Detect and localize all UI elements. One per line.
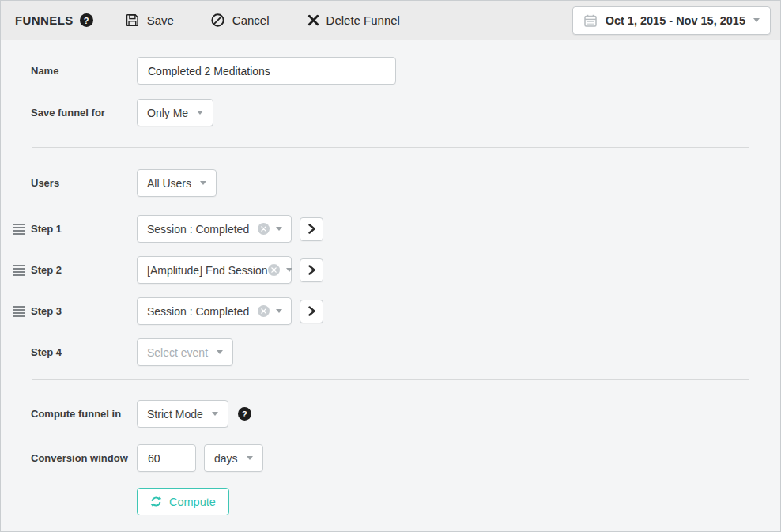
- save-for-label: Save funnel for: [31, 107, 137, 119]
- step-1-event-value: Session : Completed: [147, 223, 249, 236]
- save-for-row: Save funnel for Only Me: [1, 99, 780, 126]
- chevron-down-icon: [276, 309, 282, 313]
- topbar: FUNNELS ? Save Cancel: [1, 1, 780, 40]
- step-3-event-value: Session : Completed: [147, 305, 249, 318]
- step-4-event-placeholder: Select event: [147, 346, 208, 359]
- save-floppy-icon: [125, 13, 140, 28]
- chevron-down-icon: [217, 350, 223, 354]
- funnels-help-icon[interactable]: ?: [80, 13, 93, 27]
- cancel-ban-icon: [210, 13, 225, 28]
- step-label: Step 1: [31, 223, 137, 235]
- chevron-right-icon: [308, 224, 315, 234]
- date-range-label: Oct 1, 2015 - Nov 15, 2015: [606, 14, 745, 27]
- chevron-down-icon: [212, 412, 218, 416]
- save-for-value: Only Me: [147, 107, 188, 119]
- chevron-down-icon: [753, 18, 760, 22]
- compute-mode-row: Compute funnel in Strict Mode ?: [1, 400, 780, 428]
- save-button[interactable]: Save: [125, 13, 174, 28]
- chevron-down-icon: [276, 227, 282, 231]
- drag-handle-icon[interactable]: [13, 224, 25, 235]
- step-label: Step 4: [31, 346, 137, 358]
- step-label: Step 2: [31, 264, 137, 276]
- step-3-event-select[interactable]: Session : Completed: [137, 297, 292, 325]
- step-1-expand-button[interactable]: [300, 217, 323, 241]
- step-row: Step 2 [Amplitude] End Session: [1, 256, 780, 284]
- conversion-window-input[interactable]: [137, 444, 196, 472]
- users-select[interactable]: All Users: [137, 169, 217, 197]
- step-row: Step 3 Session : Completed: [1, 297, 780, 325]
- users-row: Users All Users: [1, 169, 780, 197]
- step-2-expand-button[interactable]: [300, 258, 323, 282]
- save-for-select[interactable]: Only Me: [137, 99, 213, 126]
- compute-button-label: Compute: [169, 496, 216, 508]
- refresh-icon: [150, 496, 162, 507]
- conversion-unit-value: days: [214, 452, 238, 465]
- step-2-event-value: [Amplitude] End Session: [147, 264, 268, 277]
- conversion-window-label: Conversion window: [31, 452, 137, 464]
- delete-funnel-button[interactable]: Delete Funnel: [307, 13, 400, 27]
- conversion-unit-select[interactable]: days: [204, 444, 263, 472]
- clear-event-icon[interactable]: [258, 305, 270, 317]
- compute-mode-label: Compute funnel in: [31, 408, 137, 420]
- select-icons: [258, 223, 282, 235]
- page-title-group: FUNNELS ?: [15, 13, 93, 27]
- drag-handle-icon[interactable]: [13, 306, 25, 317]
- compute-button[interactable]: Compute: [137, 488, 229, 515]
- funnel-name-input[interactable]: [137, 57, 396, 85]
- section-divider: [32, 379, 749, 380]
- select-icons: [258, 305, 282, 317]
- select-icons: [268, 264, 292, 276]
- cancel-button[interactable]: Cancel: [210, 13, 270, 28]
- chevron-down-icon: [200, 181, 206, 185]
- step-1-event-select[interactable]: Session : Completed: [137, 215, 292, 243]
- conversion-window-row: Conversion window days: [1, 444, 780, 472]
- delete-x-icon: [307, 14, 319, 26]
- chevron-down-icon: [197, 111, 203, 115]
- compute-mode-select[interactable]: Strict Mode: [137, 400, 228, 428]
- clear-event-icon[interactable]: [258, 223, 270, 235]
- drag-handle-icon[interactable]: [13, 265, 25, 276]
- section-divider: [32, 147, 749, 148]
- funnel-editor-screen: FUNNELS ? Save Cancel: [0, 0, 781, 532]
- users-label: Users: [31, 177, 137, 189]
- date-range-picker[interactable]: Oct 1, 2015 - Nov 15, 2015: [572, 6, 771, 35]
- step-3-expand-button[interactable]: [300, 300, 323, 323]
- step-2-event-select[interactable]: [Amplitude] End Session: [137, 256, 292, 284]
- calendar-icon: [583, 13, 598, 28]
- chevron-right-icon: [308, 306, 315, 316]
- save-button-label: Save: [147, 13, 174, 27]
- compute-row: Compute: [1, 488, 780, 515]
- compute-mode-help-icon[interactable]: ?: [238, 407, 251, 421]
- step-row: Step 1 Session : Completed: [1, 215, 780, 243]
- step-4-event-select[interactable]: Select event: [137, 338, 233, 366]
- chevron-right-icon: [308, 265, 315, 275]
- users-value: All Users: [147, 177, 191, 190]
- compute-mode-value: Strict Mode: [147, 408, 203, 421]
- name-label: Name: [31, 65, 137, 77]
- chevron-down-icon: [286, 268, 292, 272]
- step-row: Step 4 Select event: [1, 338, 780, 366]
- step-label: Step 3: [31, 305, 137, 317]
- chevron-down-icon: [247, 456, 253, 460]
- page-title: FUNNELS: [15, 13, 74, 27]
- funnel-form: Name Save funnel for Only Me Users All U…: [1, 57, 780, 515]
- cancel-button-label: Cancel: [232, 13, 270, 27]
- clear-event-icon[interactable]: [268, 264, 280, 276]
- name-row: Name: [1, 57, 780, 85]
- delete-funnel-button-label: Delete Funnel: [326, 13, 400, 27]
